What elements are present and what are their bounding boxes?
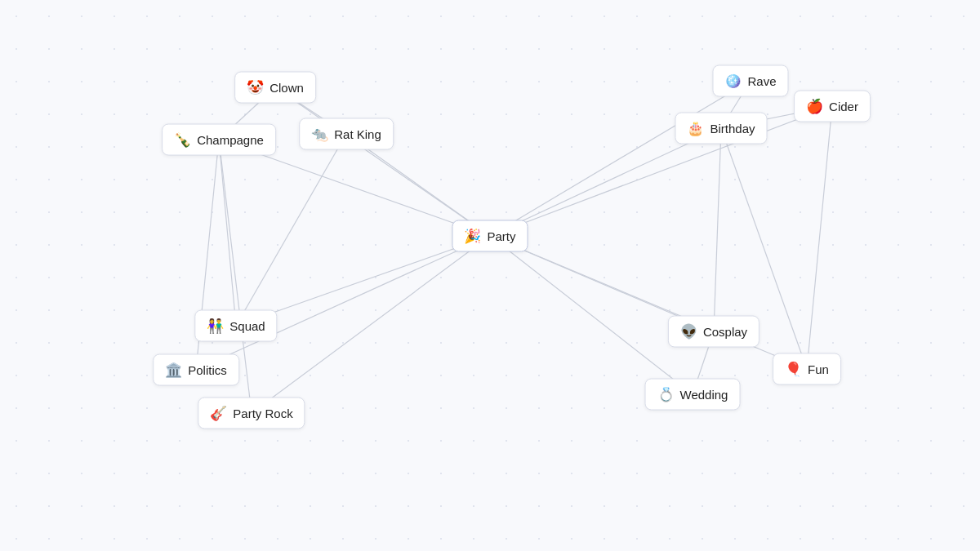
node-label-champagne: Champagne [197,133,264,147]
node-label-clown: Clown [270,81,304,95]
connections-svg [0,0,980,551]
node-ratking[interactable]: 🐀Rat King [299,118,394,150]
svg-line-17 [236,134,346,326]
node-label-rave: Rave [747,74,776,88]
svg-line-5 [252,236,490,413]
svg-line-6 [490,81,751,236]
node-label-cider: Cider [829,100,858,113]
node-champagne[interactable]: 🍾Champagne [162,124,276,156]
svg-line-23 [807,106,832,369]
node-label-politics: Politics [188,363,227,377]
svg-line-4 [196,236,490,370]
node-partyrock[interactable]: 🎸Party Rock [198,398,305,429]
node-clown[interactable]: 🤡Clown [234,72,316,104]
node-squad[interactable]: 👫Squad [194,310,277,342]
node-emoji-politics: 🏛️ [165,362,182,379]
node-rave[interactable]: 🪩Rave [712,65,788,97]
node-emoji-rave: 🪩 [724,73,742,90]
node-emoji-cider: 🍎 [806,98,823,115]
svg-line-9 [490,236,693,394]
node-politics[interactable]: 🏛️Politics [153,354,239,386]
node-label-wedding: Wedding [680,388,728,402]
node-emoji-ratking: 🐀 [311,126,328,143]
node-emoji-partyrock: 🎸 [210,405,227,422]
node-emoji-cosplay: 👽 [680,323,697,340]
node-label-squad: Squad [229,319,265,333]
svg-line-7 [490,128,721,236]
node-emoji-champagne: 🍾 [174,131,191,149]
node-emoji-birthday: 🎂 [687,120,704,137]
node-cosplay[interactable]: 👽Cosplay [668,316,760,348]
node-emoji-fun: 🎈 [785,361,802,378]
node-emoji-squad: 👫 [207,318,224,335]
node-label-birthday: Birthday [710,122,755,136]
node-label-party: Party [487,229,515,243]
node-birthday[interactable]: 🎂Birthday [675,113,767,144]
svg-line-10 [490,236,807,369]
node-party[interactable]: 🎉Party [452,220,528,252]
node-cider[interactable]: 🍎Cider [794,91,871,122]
node-label-fun: Fun [808,362,829,376]
node-emoji-clown: 🤡 [247,79,264,96]
node-wedding[interactable]: 💍Wedding [645,379,741,411]
node-label-ratking: Rat King [334,127,381,141]
svg-line-14 [219,140,236,326]
node-emoji-wedding: 💍 [657,386,675,403]
svg-line-0 [275,87,490,236]
node-emoji-party: 🎉 [464,228,481,245]
node-label-partyrock: Party Rock [233,407,292,420]
svg-line-20 [714,128,721,331]
svg-line-11 [490,106,832,236]
node-label-cosplay: Cosplay [703,325,747,339]
node-fun[interactable]: 🎈Fun [773,353,841,385]
